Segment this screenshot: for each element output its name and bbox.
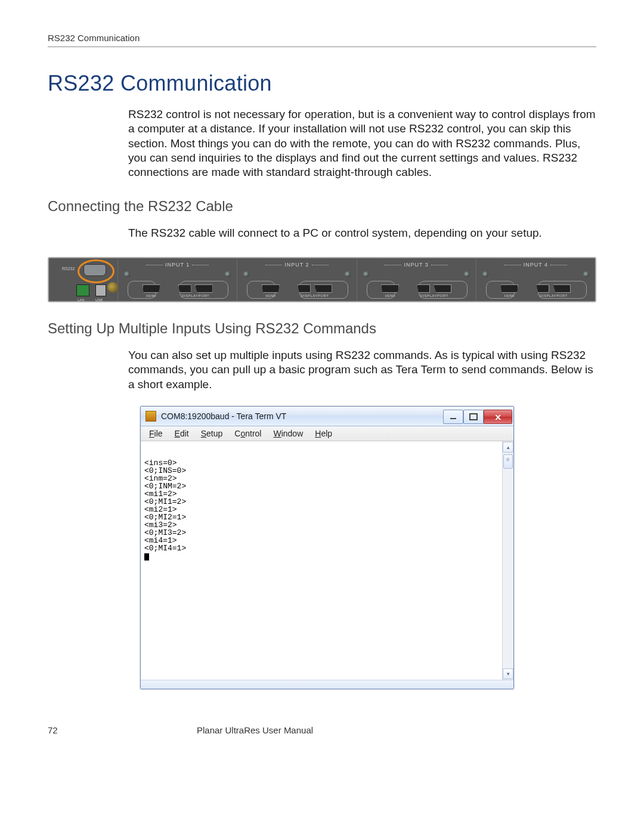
teraterm-app-icon [145, 411, 156, 422]
displayport-icon [536, 284, 549, 293]
rs232-port-icon [83, 264, 106, 276]
hdmi-label: HDMI [265, 294, 275, 298]
displayport-port: DISPLAYPORT [178, 284, 213, 298]
menu-file[interactable]: File [144, 428, 168, 439]
teraterm-menubar: File Edit Setup Control Window Help [141, 426, 513, 441]
displayport-icon [553, 284, 571, 293]
subsection-multi-title: Setting Up Multiple Inputs Using RS232 C… [48, 320, 596, 337]
input-group-2: INPUT 2 HDMI DISPLAYPORT [237, 258, 356, 301]
menu-edit[interactable]: Edit [170, 428, 194, 439]
lan-port-icon [76, 284, 89, 296]
dp-label: DISPLAYPORT [181, 294, 209, 298]
teraterm-window: COM8:19200baud - Tera Term VT x File Edi… [140, 406, 514, 689]
displayport-port: DISPLAYPORT [536, 284, 571, 298]
screw-icon [363, 271, 369, 277]
input-group-1: INPUT 1 HDMI DISPLAYPORT [117, 258, 237, 301]
menu-control[interactable]: Control [230, 428, 266, 439]
teraterm-statusbar [141, 680, 513, 689]
hdmi-port: HDMI [143, 284, 160, 298]
hdmi-label: HDMI [504, 294, 515, 298]
displayport-icon [195, 284, 213, 293]
teraterm-scrollbar[interactable]: ▴ ▾ [502, 441, 513, 680]
scroll-up-button[interactable]: ▴ [503, 442, 513, 453]
usb-port-label: USB [95, 298, 103, 302]
menu-setup[interactable]: Setup [196, 428, 228, 439]
document-page: RS232 Communication RS232 Communication … [0, 0, 644, 759]
section-intro: RS232 control is not necessary for opera… [128, 107, 596, 180]
teraterm-terminal[interactable]: <ins=0> <0;INS=0> <inm=2> <0;INM=2> <mi1… [141, 441, 502, 680]
displayport-icon [314, 284, 332, 293]
hdmi-port: HDMI [381, 284, 399, 298]
hdmi-port-icon [381, 284, 399, 293]
ir-knob-icon [107, 282, 118, 293]
usb-port-icon [95, 284, 106, 296]
running-head: RS232 Communication [48, 33, 596, 47]
hdmi-port-icon [143, 284, 160, 293]
hdmi-port-icon [262, 284, 280, 293]
displayport-icon [298, 284, 311, 293]
hdmi-label: HDMI [146, 294, 156, 298]
page-number: 72 [48, 725, 128, 735]
lan-port-label: LAN [78, 298, 85, 302]
screw-icon [345, 271, 351, 277]
screw-icon [464, 271, 470, 277]
window-buttons: x [443, 410, 512, 423]
displayport-port: DISPLAYPORT [298, 284, 332, 298]
displayport-icon [178, 284, 191, 293]
panel-input-groups: INPUT 1 HDMI DISPLAYPORT [117, 258, 595, 301]
screw-icon [243, 271, 249, 277]
displayport-icon [417, 284, 430, 293]
dp-label: DISPLAYPORT [301, 294, 329, 298]
scroll-down-button[interactable]: ▾ [503, 668, 513, 679]
panel-left-ports: RS232 LAN USB [49, 258, 117, 301]
subsection-multi-text: You can also set up multiple inputs usin… [128, 348, 596, 392]
screw-icon [225, 271, 231, 277]
rs232-port-label: RS232 [62, 267, 75, 271]
displayport-icon [434, 284, 451, 293]
hdmi-label: HDMI [385, 294, 395, 298]
dp-label: DISPLAYPORT [420, 294, 448, 298]
teraterm-titlebar[interactable]: COM8:19200baud - Tera Term VT x [141, 407, 513, 426]
section-title: RS232 Communication [48, 71, 596, 96]
input-group-3: INPUT 3 HDMI DISPLAYPORT [357, 258, 476, 301]
menu-window[interactable]: Window [268, 428, 308, 439]
terminal-cursor-icon [144, 553, 149, 561]
hdmi-port-icon [500, 284, 518, 293]
screw-icon [124, 271, 130, 277]
subsection-connecting-title: Connecting the RS232 Cable [48, 198, 596, 215]
screw-icon [583, 271, 589, 277]
screw-icon [482, 271, 488, 277]
minimize-button[interactable] [443, 410, 463, 424]
menu-help[interactable]: Help [310, 428, 337, 439]
hdmi-port: HDMI [500, 284, 518, 298]
close-button[interactable]: x [484, 410, 512, 424]
dp-label: DISPLAYPORT [540, 294, 568, 298]
input-1-label: INPUT 1 [118, 262, 237, 268]
displayport-port: DISPLAYPORT [417, 284, 451, 298]
scroll-thumb[interactable] [503, 454, 513, 469]
input-3-label: INPUT 3 [357, 262, 476, 268]
input-4-label: INPUT 4 [476, 262, 595, 268]
teraterm-client-area: <ins=0> <0;INS=0> <inm=2> <0;INM=2> <mi1… [141, 441, 513, 680]
subsection-connecting-text: The RS232 cable will connect to a PC or … [128, 226, 596, 240]
hdmi-port: HDMI [262, 284, 280, 298]
input-2-label: INPUT 2 [237, 262, 356, 268]
footer-manual-title: Planar UltraRes User Manual [197, 725, 313, 735]
scroll-track[interactable] [503, 453, 513, 668]
device-panel-figure: RS232 LAN USB INPUT 1 HDMI [48, 257, 596, 302]
teraterm-window-title: COM8:19200baud - Tera Term VT [161, 411, 443, 421]
maximize-button[interactable] [463, 410, 484, 424]
input-group-4: INPUT 4 HDMI DISPLAYPORT [476, 258, 595, 301]
page-footer: 72 Planar UltraRes User Manual [48, 725, 596, 735]
